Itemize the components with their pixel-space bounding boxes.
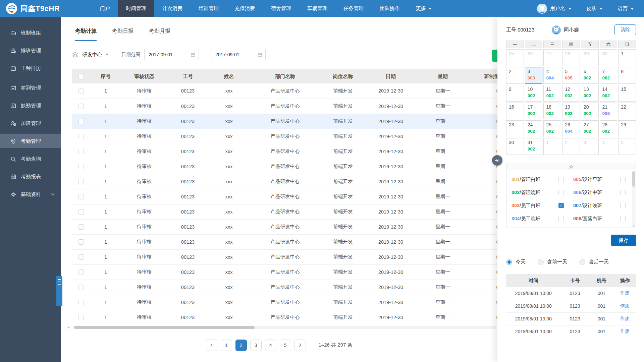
nav-item[interactable]: 宿舍管理 xyxy=(263,0,299,17)
radio-option[interactable]: 含后一天 xyxy=(579,259,609,265)
calendar-day-cell[interactable]: 27 xyxy=(543,49,561,66)
calendar-day-cell[interactable]: 19002 xyxy=(562,103,580,119)
sidebar-item[interactable]: 考勤报表 xyxy=(0,170,61,184)
calendar-day-cell[interactable]: 21006 xyxy=(600,103,618,119)
calendar-day-cell[interactable]: 30 xyxy=(506,138,524,155)
row-checkbox[interactable] xyxy=(78,119,84,124)
shift-checkbox[interactable] xyxy=(620,203,626,208)
calendar-day-cell[interactable]: 6002 xyxy=(581,67,599,84)
collapse-shifts-button[interactable] xyxy=(506,163,636,170)
calendar-day-cell[interactable]: 29 xyxy=(581,49,599,66)
calendar-day-cell[interactable]: 24002 xyxy=(525,120,543,137)
save-button[interactable]: 保存 xyxy=(611,235,636,246)
sidebar-item[interactable]: 基础资料 xyxy=(0,187,61,201)
void-link[interactable]: 作废 xyxy=(620,316,630,321)
table-row[interactable]: 1待审核00123xxx产品研发中心前端开发2019-12-30星期一001 xyxy=(72,114,513,129)
calendar-day-cell[interactable]: 2 xyxy=(506,67,524,84)
table-row[interactable]: 1待审核00123xxx产品研发中心前端开发2019-12-30星期一001 xyxy=(72,264,513,280)
next-page-button[interactable] xyxy=(294,340,306,351)
sidebar-item[interactable]: 签到管理 xyxy=(0,81,61,95)
row-checkbox[interactable] xyxy=(78,224,84,230)
page-button[interactable]: 4 xyxy=(265,340,276,351)
calendar-day-cell[interactable]: 11002 xyxy=(543,85,561,102)
panel-collapse-button[interactable] xyxy=(492,155,502,166)
date-to-value[interactable] xyxy=(215,52,255,57)
table-row[interactable]: 1待审核00123xxx产品研发中心前端开发2019-12-30星期一001 xyxy=(72,249,513,264)
calendar-day-cell[interactable]: 18002 xyxy=(543,103,561,119)
department-dropdown[interactable]: 研发中心 xyxy=(82,52,109,58)
radio-dot[interactable] xyxy=(506,259,512,265)
row-checkbox[interactable] xyxy=(78,254,84,260)
prev-page-button[interactable] xyxy=(206,340,217,351)
scroll-down-icon[interactable] xyxy=(633,226,635,227)
row-checkbox[interactable] xyxy=(78,149,84,154)
calendar-day-cell[interactable]: 3 xyxy=(581,138,599,155)
shift-scrollbar[interactable] xyxy=(632,171,635,227)
calendar-day-cell[interactable]: 1 xyxy=(618,49,636,66)
table-row[interactable]: 1待审核00123xxx产品研发中心前端开发2019-12-30星期一001 xyxy=(72,159,513,174)
nav-item[interactable]: 车辆管理 xyxy=(299,0,335,17)
calendar-day-cell[interactable]: 14002 xyxy=(600,85,618,102)
table-row[interactable]: 1待审核00123xxx产品研发中心前端开发2019-12-30星期一001 xyxy=(72,280,513,295)
nav-item[interactable]: 培训管理 xyxy=(191,0,227,17)
radio-dot[interactable] xyxy=(579,259,585,265)
calendar-day-cell[interactable]: 23 xyxy=(506,120,524,137)
sidebar-item[interactable]: 排班管理 xyxy=(0,44,61,58)
nav-item[interactable]: 门户 xyxy=(92,0,118,17)
calendar-day-cell[interactable]: 20002 xyxy=(581,103,599,119)
calendar-day-cell[interactable]: 4004 xyxy=(543,67,561,84)
calendar-day-cell[interactable]: 8 xyxy=(618,67,636,84)
nav-item[interactable]: 团队协作 xyxy=(372,0,408,17)
sidebar-item[interactable]: 工种日历 xyxy=(0,61,61,75)
row-checkbox[interactable] xyxy=(78,104,84,109)
shift-checkbox[interactable] xyxy=(620,190,626,195)
date-from-input[interactable] xyxy=(144,49,199,60)
table-row[interactable]: 1待审核00123xxx产品研发中心前端开发2019-12-30星期一001 xyxy=(72,174,513,189)
calendar-day-cell[interactable]: 9 xyxy=(506,85,524,102)
table-row[interactable]: 1待审核00123xxx产品研发中心前端开发2019-12-30星期一001 xyxy=(72,204,513,219)
calendar-day-cell[interactable]: 17002 xyxy=(525,103,543,119)
date-from-value[interactable] xyxy=(149,52,189,57)
row-checkbox[interactable] xyxy=(78,269,84,275)
clear-button[interactable]: 清除 xyxy=(614,24,636,35)
calendar-day-cell[interactable]: 5 xyxy=(618,138,636,155)
shift-checkbox[interactable] xyxy=(620,216,626,221)
shift-checkbox[interactable] xyxy=(558,177,564,182)
calendar-day-cell[interactable]: 2 xyxy=(562,138,580,155)
table-row[interactable]: 1待审核00123xxx产品研发中心前端开发2019-12-30星期一001 xyxy=(72,234,513,249)
table-row[interactable]: 1待审核00123xxx产品研发中心前端开发2019-12-30星期一001 xyxy=(72,99,513,114)
row-checkbox[interactable] xyxy=(78,285,84,290)
user-menu[interactable]: 用户名 xyxy=(537,4,572,14)
table-row[interactable]: 1待审核00123xxx产品研发中心前端开发2019-12-30星期一001 xyxy=(72,144,513,159)
row-checkbox[interactable] xyxy=(78,134,84,139)
table-row[interactable]: 1待审核00123xxx产品研发中心前端开发2019-12-30星期一001 xyxy=(72,310,513,325)
calendar-day-cell[interactable]: 3003 xyxy=(525,67,543,84)
language-menu[interactable]: 语言 xyxy=(618,5,634,12)
table-row[interactable]: 1待审核00123xxx产品研发中心前端开发2019-12-30星期一001 xyxy=(72,83,513,99)
calendar-day-cell[interactable]: 4 xyxy=(600,138,618,155)
nav-item[interactable]: 更多 xyxy=(408,0,440,17)
calendar-day-cell[interactable]: 31002 xyxy=(525,138,543,155)
table-row[interactable]: 1待审核00123xxx产品研发中心前端开发2019-12-30星期一001 xyxy=(72,219,513,234)
calendar-day-cell[interactable]: 16 xyxy=(506,103,524,119)
page-button[interactable]: 2 xyxy=(235,340,247,351)
select-all-checkbox[interactable] xyxy=(78,74,84,79)
sidebar-item[interactable]: 加班管理 xyxy=(0,116,61,130)
row-checkbox[interactable] xyxy=(78,239,84,245)
shift-checkbox[interactable] xyxy=(558,216,564,221)
tab[interactable]: 考勤月报 xyxy=(149,28,170,41)
row-checkbox[interactable] xyxy=(78,164,84,169)
calendar-day-cell[interactable]: 10002 xyxy=(525,85,543,102)
sidebar-item[interactable]: 班制班组 xyxy=(0,26,61,40)
date-to-input[interactable] xyxy=(211,49,266,60)
hidden-action-button[interactable] xyxy=(492,50,497,62)
calendar-day-cell[interactable]: 29 xyxy=(618,120,636,137)
table-row[interactable]: 1待审核00123xxx产品研发中心前端开发2019-12-30星期一001 xyxy=(72,295,513,310)
shift-checkbox[interactable] xyxy=(620,177,626,182)
calendar-day-cell[interactable]: 26 xyxy=(525,49,543,66)
calendar-day-cell[interactable]: 1 xyxy=(543,138,561,155)
shift-checkbox[interactable]: ✓ xyxy=(558,203,564,208)
calendar-day-cell[interactable]: 26004 xyxy=(562,120,580,137)
calendar-day-cell[interactable]: 28 xyxy=(562,49,580,66)
row-checkbox[interactable] xyxy=(78,315,84,320)
